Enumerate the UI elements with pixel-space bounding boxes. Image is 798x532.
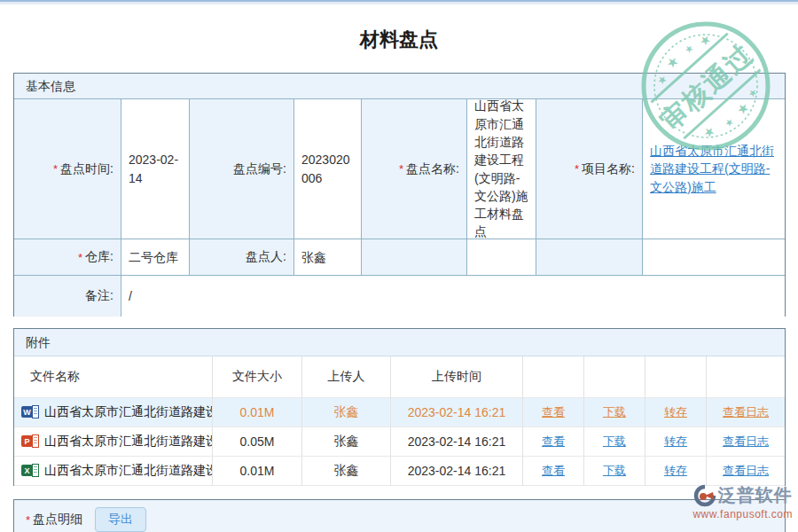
col-header-action [523,356,584,398]
empty-value-cell [643,239,785,276]
remark-label: 备注: [14,276,121,317]
transfer-link[interactable]: 转存 [664,404,687,420]
transfer-link[interactable]: 转存 [664,434,687,450]
file-name-text: 山西省太原市汇通北街道路建设 [44,463,213,479]
attachment-file-name[interactable]: X 山西省太原市汇通北街道路建设 [14,457,213,486]
export-button[interactable]: 导出 [95,507,146,532]
basic-info-section: 基本信息 * 盘点时间: 2023-02-14 盘点编号: 2023020006… [13,73,786,317]
attachment-file-size: 0.01M [213,398,302,427]
attachment-uploader: 张鑫 [302,398,391,427]
col-header-action [584,356,645,398]
vendor-name: 泛普软件 [718,483,793,507]
warehouse-value: 二号仓库 [121,239,190,276]
col-header-upload-time: 上传时间 [391,356,523,398]
col-header-action [707,356,785,398]
download-link[interactable]: 下载 [603,434,626,450]
vendor-watermark: 泛普软件 www.fanpusoft.com [692,483,793,520]
basic-info-section-title: 基本信息 [14,74,785,99]
required-mark: * [53,162,58,176]
file-name-text: 山西省太原市汇通北街道路建设 [44,404,213,420]
attachment-upload-time: 2023-02-14 16:21 [391,427,523,457]
col-header-file-size: 文件大小 [213,356,302,398]
inventory-detail-title: 盘点明细 [33,512,82,528]
empty-label-cell [536,239,643,276]
attachment-file-name[interactable]: P 山西省太原市汇通北街道路建设 [14,427,213,457]
word-file-icon: W [21,405,39,419]
empty-value-cell [467,239,536,276]
attachment-uploader: 张鑫 [302,457,391,486]
inventory-no-label: 盘点编号: [190,99,294,239]
col-header-file-name: 文件名称 [14,356,213,398]
required-mark: * [26,513,30,527]
project-name-value: 山西省太原市汇通北街道路建设工程(文明路-文公路)施工 [643,99,785,239]
view-link[interactable]: 查看 [542,463,565,479]
attachment-uploader: 张鑫 [302,427,391,457]
inventory-no-value: 2023020006 [294,99,362,239]
attachments-section: 附件 文件名称 文件大小 上传人 上传时间 W 山西省太原市汇通北街道路建设 0… [13,328,786,486]
excel-file-icon: X [21,464,39,478]
required-mark: * [575,162,579,176]
transfer-link[interactable]: 转存 [664,463,687,479]
attachments-section-title: 附件 [14,329,785,356]
attachment-upload-time: 2023-02-14 16:21 [391,457,523,486]
view-log-link[interactable]: 查看日志 [723,434,769,450]
view-link[interactable]: 查看 [542,404,565,420]
attachment-upload-time: 2023-02-14 16:21 [391,398,523,427]
download-link[interactable]: 下载 [603,404,626,420]
attachment-file-size: 0.05M [213,427,302,457]
inventory-name-label: * 盘点名称: [362,99,467,239]
page-title: 材料盘点 [0,27,798,53]
project-name-label: * 项目名称: [536,99,643,239]
inventory-time-label: * 盘点时间: [14,99,121,239]
file-name-text: 山西省太原市汇通北街道路建设 [44,434,213,450]
download-link[interactable]: 下载 [603,463,626,479]
col-header-uploader: 上传人 [302,356,391,398]
powerpoint-file-icon: P [21,434,39,449]
inventory-name-value: 山西省太原市汇通北街道路建设工程(文明路-文公路)施工材料盘点 [467,99,536,239]
warehouse-label: * 仓库: [14,239,121,276]
inventory-time-value: 2023-02-14 [121,99,190,239]
remark-value: / [121,276,785,317]
view-link[interactable]: 查看 [542,434,565,450]
vendor-url: www.fanpusoft.com [692,508,793,520]
required-mark: * [399,162,403,176]
inventory-detail-section: * 盘点明细 导出 [13,499,786,532]
empty-label-cell [362,239,467,276]
inventory-person-value: 张鑫 [294,239,362,276]
col-header-action [645,356,707,398]
attachment-file-name[interactable]: W 山西省太原市汇通北街道路建设 [14,398,213,427]
inventory-person-label: 盘点人: [190,239,294,276]
view-log-link[interactable]: 查看日志 [723,404,769,420]
page-top-strip [0,0,798,4]
svg-text:★: ★ [662,52,681,72]
basic-info-grid: * 盘点时间: 2023-02-14 盘点编号: 2023020006 * 盘点… [14,99,785,317]
attachment-file-size: 0.01M [213,457,302,486]
required-mark: * [78,251,82,264]
attachments-table: 文件名称 文件大小 上传人 上传时间 W 山西省太原市汇通北街道路建设 0.01… [14,356,785,486]
project-name-link[interactable]: 山西省太原市汇通北街道路建设工程(文明路-文公路)施工 [650,142,778,196]
view-log-link[interactable]: 查看日志 [723,463,769,479]
fanpu-logo-icon [693,484,716,507]
